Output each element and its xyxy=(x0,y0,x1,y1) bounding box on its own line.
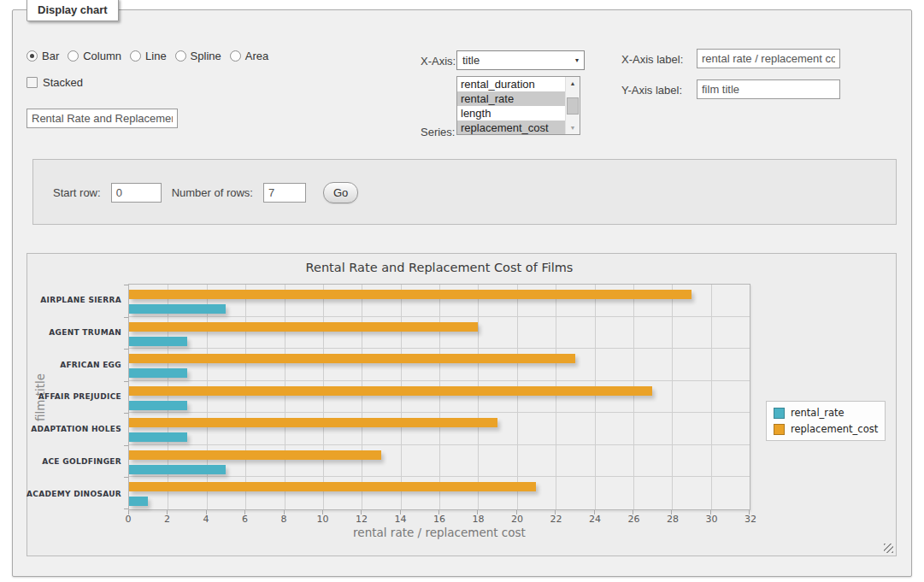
chart-type-radio-label: Line xyxy=(145,50,167,62)
stacked-label: Stacked xyxy=(43,76,83,89)
num-rows-input[interactable] xyxy=(263,183,306,203)
x-tick-label: 6 xyxy=(242,514,248,525)
resize-handle-icon[interactable] xyxy=(884,544,893,553)
series-option-replacement_cost[interactable]: replacement_cost xyxy=(457,121,565,134)
chart-type-option-spline: Spline xyxy=(175,50,221,62)
x-axis-label-input[interactable] xyxy=(697,49,840,68)
chart-row-agent-truman xyxy=(129,317,750,350)
bar-replacement_cost xyxy=(129,322,478,332)
x-tick-label: 4 xyxy=(203,514,209,525)
chart-row-african-egg xyxy=(129,349,750,381)
chart-type-options: BarColumnLineSplineArea xyxy=(26,50,268,62)
x-axis-label-text: X-Axis label: xyxy=(621,53,683,66)
series-options: rental_durationrental_ratelengthreplacem… xyxy=(457,77,565,134)
y-tick-mark xyxy=(124,413,128,414)
legend-entry-rental_rate: rental_rate xyxy=(774,407,878,419)
chart-title-input[interactable] xyxy=(26,109,178,128)
bar-rental_rate xyxy=(129,368,187,378)
x-axis-select-value: title xyxy=(462,54,480,67)
chart-x-axis-title: rental rate / replacement cost xyxy=(128,526,750,539)
category-label: AIRPLANE SIERRA xyxy=(27,284,121,316)
go-button[interactable]: Go xyxy=(323,182,358,203)
rows-panel: Start row: Number of rows: Go xyxy=(32,159,897,225)
legend-entry-replacement_cost: replacement_cost xyxy=(774,423,878,435)
rows-panel-inner: Start row: Number of rows: Go xyxy=(53,182,358,203)
chart-container: Rental Rate and Replacement Cost of Film… xyxy=(26,253,897,556)
chart-row-affair-prejudice xyxy=(129,381,750,414)
series-option-rental_rate[interactable]: rental_rate xyxy=(457,91,565,106)
chart-type-radio-label: Spline xyxy=(191,50,221,62)
x-axis-select[interactable]: title ▾ xyxy=(456,50,585,70)
category-label: AFFAIR PREJUDICE xyxy=(27,381,121,414)
series-scrollbar[interactable]: ▲ ▼ xyxy=(565,77,580,134)
chart-title: Rental Rate and Replacement Cost of Film… xyxy=(128,261,750,274)
category-label: ACE GOLDFINGER xyxy=(27,445,121,478)
stacked-checkbox[interactable] xyxy=(26,77,38,88)
display-chart-fieldset: Display chart BarColumnLineSplineArea St… xyxy=(12,9,912,577)
x-tick-label: 32 xyxy=(744,514,756,525)
bar-rental_rate xyxy=(129,497,148,506)
bar-rental_rate xyxy=(129,401,187,410)
y-axis-label-input[interactable] xyxy=(697,79,840,99)
scrollbar-thumb[interactable] xyxy=(567,97,579,115)
x-tick-label: 16 xyxy=(433,514,445,525)
series-multiselect[interactable]: rental_durationrental_ratelengthreplacem… xyxy=(456,76,580,135)
series-option-length[interactable]: length xyxy=(457,106,565,121)
legend-label-rental_rate: rental_rate xyxy=(791,407,845,419)
series-select-label: Series: xyxy=(421,126,455,138)
x-tick-label: 28 xyxy=(667,514,679,525)
chart-type-option-area: Area xyxy=(230,50,268,62)
x-tick-label: 10 xyxy=(317,514,329,525)
y-axis-label-text: Y-Axis label: xyxy=(621,84,682,97)
x-tick-label: 0 xyxy=(126,514,132,525)
bar-replacement_cost xyxy=(129,354,575,363)
bar-replacement_cost xyxy=(129,450,381,460)
x-tick-label: 12 xyxy=(356,514,368,525)
chart-type-radio-label: Bar xyxy=(42,50,59,62)
scroll-down-icon[interactable]: ▼ xyxy=(566,121,580,134)
chevron-down-icon: ▾ xyxy=(575,56,579,64)
y-tick-mark xyxy=(124,285,128,285)
y-tick-mark xyxy=(124,509,128,509)
legend-swatch-replacement_cost xyxy=(774,424,785,435)
category-label: AGENT TRUMAN xyxy=(27,316,121,349)
num-rows-label: Number of rows: xyxy=(172,186,253,199)
y-tick-mark xyxy=(124,477,128,478)
bar-rental_rate xyxy=(129,432,187,442)
chart-type-radio-bar[interactable] xyxy=(26,50,38,62)
x-tick-label: 26 xyxy=(628,514,640,525)
start-row-input[interactable] xyxy=(111,183,162,203)
chart-type-option-line: Line xyxy=(130,50,167,62)
x-tick-label: 20 xyxy=(511,514,523,525)
chart-category-labels: AIRPLANE SIERRAAGENT TRUMANAFRICAN EGGAF… xyxy=(27,284,121,510)
x-tick-label: 14 xyxy=(395,514,407,525)
chart-type-radio-area[interactable] xyxy=(230,50,241,62)
series-option-rental_duration[interactable]: rental_duration xyxy=(457,77,565,91)
chart-row-airplane-sierra xyxy=(129,285,750,317)
x-tick-label: 18 xyxy=(473,514,485,525)
fieldset-legend-title: Display chart xyxy=(26,0,119,21)
y-tick-mark xyxy=(124,317,128,318)
chart-x-tick-labels: 02468101214161820222426283032 xyxy=(128,514,750,526)
chart-legend: rental_ratereplacement_cost xyxy=(766,401,886,441)
chart-type-radio-column[interactable] xyxy=(68,50,79,62)
category-label: ACADEMY DINOSAUR xyxy=(27,478,121,510)
bar-rental_rate xyxy=(129,304,226,314)
chart-type-radio-line[interactable] xyxy=(130,50,141,62)
stacked-row: Stacked xyxy=(26,76,83,89)
y-tick-mark xyxy=(124,381,128,382)
chart-type-radio-label: Column xyxy=(83,50,121,62)
x-tick-label: 8 xyxy=(281,514,287,525)
chart-type-radio-label: Area xyxy=(245,50,268,62)
chart-bar-rows xyxy=(129,285,750,509)
chart-row-academy-dinosaur xyxy=(129,477,750,509)
x-tick-label: 22 xyxy=(550,514,562,525)
x-tick-label: 2 xyxy=(164,514,170,525)
chart-type-option-bar: Bar xyxy=(26,50,59,62)
bar-replacement_cost xyxy=(129,386,652,396)
scroll-up-icon[interactable]: ▲ xyxy=(566,77,580,90)
chart-plot-area xyxy=(128,284,750,510)
chart-type-radio-spline[interactable] xyxy=(175,50,186,62)
chart-type-option-column: Column xyxy=(68,50,121,62)
bar-replacement_cost xyxy=(129,482,536,491)
